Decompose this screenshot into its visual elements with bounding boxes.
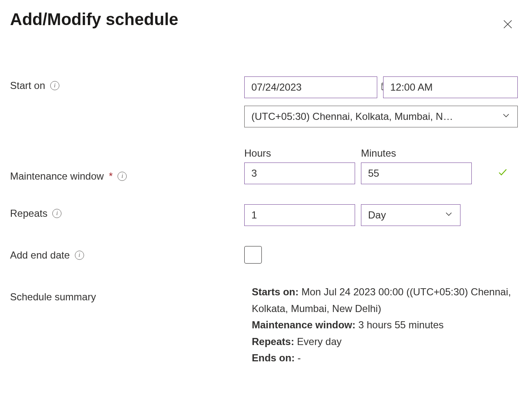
close-button[interactable] [499, 15, 517, 35]
minutes-input[interactable] [361, 162, 472, 184]
summary-ends-on-value: - [297, 352, 301, 363]
hours-label: Hours [244, 147, 355, 159]
start-time-field[interactable] [390, 81, 515, 93]
start-time-input[interactable] [383, 76, 518, 98]
start-on-label: Start on [10, 80, 45, 91]
start-date-field[interactable] [251, 81, 376, 93]
check-icon [497, 167, 508, 180]
add-end-date-checkbox[interactable] [244, 246, 262, 264]
info-icon[interactable]: i [50, 81, 59, 90]
summary-starts-on-label: Starts on: [252, 286, 299, 297]
repeats-label: Repeats [10, 208, 47, 219]
minutes-field[interactable] [368, 168, 493, 179]
chevron-down-icon [501, 111, 511, 122]
summary-repeats-label: Repeats: [252, 336, 294, 347]
repeat-count-input[interactable] [244, 204, 355, 226]
required-asterisk: * [109, 170, 113, 182]
schedule-summary-label: Schedule summary [10, 291, 96, 303]
info-icon[interactable]: i [118, 172, 127, 181]
close-icon [502, 25, 514, 31]
start-date-input[interactable] [244, 76, 377, 98]
hours-input[interactable] [244, 162, 355, 184]
summary-ends-on-label: Ends on: [252, 352, 295, 363]
summary-maintenance-window-value: 3 hours 55 minutes [358, 319, 444, 330]
add-end-date-label: Add end date [10, 249, 70, 261]
hours-field[interactable] [251, 168, 376, 179]
repeat-unit-value: Day [368, 209, 386, 221]
page-title: Add/Modify schedule [10, 10, 178, 29]
info-icon[interactable]: i [52, 209, 61, 218]
repeat-unit-select[interactable]: Day [361, 204, 460, 226]
repeat-count-field[interactable] [251, 209, 376, 221]
info-icon[interactable]: i [75, 251, 84, 260]
minutes-label: Minutes [361, 147, 472, 159]
maintenance-window-label: Maintenance window [10, 170, 104, 182]
summary-maintenance-window-label: Maintenance window: [252, 319, 356, 330]
chevron-down-icon [444, 209, 453, 221]
timezone-select[interactable]: (UTC+05:30) Chennai, Kolkata, Mumbai, N… [244, 106, 518, 127]
timezone-value: (UTC+05:30) Chennai, Kolkata, Mumbai, N… [251, 111, 497, 122]
summary-repeats-value: Every day [297, 336, 342, 347]
schedule-summary-text: Starts on: Mon Jul 24 2023 00:00 ((UTC+0… [244, 284, 518, 366]
